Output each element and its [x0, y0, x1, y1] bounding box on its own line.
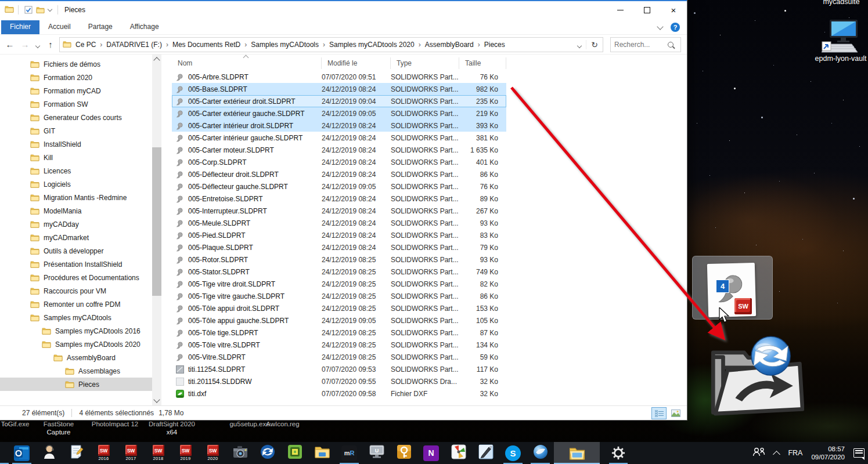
table-row[interactable]: 005-Entretoise.SLDPRT24/12/2019 08:24SOL… — [172, 193, 506, 205]
table-row[interactable]: 005-Pied.SLDPRT24/12/2019 08:24SOLIDWORK… — [172, 229, 506, 241]
recent-locations-icon[interactable] — [34, 39, 42, 49]
people-icon[interactable] — [752, 447, 765, 459]
taskbar-solidworks-2017[interactable]: SW2017 — [117, 442, 145, 464]
desktop-file-label[interactable]: ToGif.exe — [0, 420, 35, 428]
table-row[interactable]: 005-Vitre.SLDPRT24/12/2019 08:25SOLIDWOR… — [172, 351, 506, 363]
taskbar-settings[interactable] — [604, 442, 633, 464]
breadcrumb-item[interactable]: Samples myCADtools 2020 — [327, 41, 417, 49]
tab-partage[interactable]: Partage — [80, 20, 121, 34]
table-row[interactable]: 005-Tôle tige.SLDPRT24/12/2019 08:25SOLI… — [172, 327, 506, 339]
table-row[interactable]: 005-Carter moteur.SLDPRT24/12/2019 08:24… — [172, 144, 506, 156]
taskbar-vsphere[interactable] — [281, 442, 308, 464]
desktop-icon-epdm-lyon-vault[interactable]: epdm-lyon-vault — [820, 20, 861, 56]
sidebar-item-installshield[interactable]: InstallShield — [0, 137, 152, 151]
sidebar-item-proc-dures-et-documentations[interactable]: Procédures et Documentations — [0, 271, 152, 284]
taskbar-solidworks-2016[interactable]: SW2016 — [90, 442, 117, 464]
sidebar-item-formation-2020[interactable]: Formation 2020 — [0, 71, 152, 84]
table-row[interactable]: titi.11254.SLDPRT07/07/2020 09:53SOLIDWO… — [172, 363, 506, 375]
table-row[interactable]: 005-Tige vitre droit.SLDPRT24/12/2019 08… — [172, 278, 506, 290]
table-row[interactable]: 005-Carter extérieur gauche.SLDPRT24/12/… — [172, 107, 506, 119]
ribbon-expand-icon[interactable] — [657, 23, 663, 30]
breadcrumb-separator-icon[interactable]: › — [164, 41, 170, 49]
action-center-icon[interactable] — [853, 448, 865, 458]
table-row[interactable]: 005-Plaque.SLDPRT24/12/2019 08:24SOLIDWO… — [172, 241, 506, 253]
qat-customize-icon[interactable] — [46, 8, 53, 12]
scroll-down-icon[interactable] — [153, 396, 160, 403]
up-button[interactable]: ↑ — [44, 39, 57, 49]
desktop-file-label[interactable]: FastStone Capture — [38, 420, 80, 436]
table-row[interactable]: 005-Déflecteur droit.SLDPRT24/12/2019 08… — [172, 168, 506, 180]
taskbar-notepad[interactable] — [63, 442, 90, 464]
breadcrumb-item[interactable]: Pieces — [482, 41, 507, 49]
breadcrumb-item[interactable]: Mes Documents RetD — [170, 41, 243, 49]
breadcrumb-separator-icon[interactable]: › — [243, 41, 248, 49]
sidebar-item-remonter-un-coffre-pdm[interactable]: Remonter un coffre PDM — [0, 298, 152, 311]
qat-new-folder-button[interactable] — [34, 5, 46, 14]
scrollbar-thumb[interactable] — [152, 147, 161, 296]
tray-expand-icon[interactable] — [773, 451, 781, 458]
taskbar-onenote[interactable]: N — [417, 442, 445, 464]
desktop-icon-mycadsuite-label[interactable]: mycadsuite — [811, 0, 868, 6]
breadcrumb-item[interactable]: AssemblyBoard — [423, 41, 476, 49]
taskbar-keepass[interactable] — [390, 442, 417, 464]
sidebar-item-samples-mycadtools[interactable]: Samples myCADtools — [0, 311, 152, 324]
address-dropdown-icon[interactable] — [573, 39, 586, 50]
breadcrumb-item[interactable]: DATADRIVE1 (F:) — [104, 41, 164, 49]
taskbar-explorer-active[interactable] — [554, 442, 600, 464]
table-row[interactable]: 005-Carter extérieur droit.SLDPRT24/12/2… — [172, 95, 506, 107]
taskbar-support-person[interactable] — [35, 442, 63, 464]
sidebar-item-formation-mycad[interactable]: Formation myCAD — [0, 84, 152, 97]
taskbar-vnc-monitor[interactable]: U — [363, 442, 390, 464]
convertfiles-folder-sync-icon[interactable] — [704, 335, 804, 422]
taskbar-skype[interactable]: S — [499, 442, 527, 464]
sidebar-item-git[interactable]: GIT — [0, 124, 152, 137]
taskbar-mremoteng[interactable]: mR — [336, 442, 363, 464]
sidebar-item-formation-sw[interactable]: Formation SW — [0, 97, 152, 111]
taskbar-outlook[interactable] — [8, 442, 35, 464]
sidebar-item-samples-mycadtools-2016[interactable]: Samples myCADtools 2016 — [0, 324, 152, 338]
sidebar-item-migration-mantis-redmine[interactable]: Migration Mantis -Redmine — [0, 191, 152, 204]
sidebar-scrollbar[interactable] — [152, 55, 161, 405]
taskbar-solidworks-2019[interactable]: SW2019 — [172, 442, 199, 464]
taskbar-image-viewer[interactable] — [445, 442, 472, 464]
sidebar-item-fichiers-de-d-mos[interactable]: Fichiers de démos — [0, 57, 152, 71]
breadcrumb-item[interactable]: Ce PC — [73, 41, 98, 49]
tab-fichier[interactable]: Fichier — [1, 20, 39, 34]
taskbar-sphere-app[interactable] — [527, 442, 554, 464]
desktop-file-label[interactable]: DraftSight 2020 x64 — [143, 420, 201, 436]
breadcrumb-separator-icon[interactable]: › — [98, 41, 104, 49]
desktop-file-label[interactable]: PhotoImpact 12 — [83, 420, 147, 428]
table-row[interactable]: 005-Meule.SLDPRT24/12/2019 08:24SOLIDWOR… — [172, 217, 506, 229]
qat-properties-button[interactable] — [23, 5, 34, 15]
tab-accueil[interactable]: Accueil — [39, 20, 80, 34]
table-row[interactable]: 005-Déflecteur gauche.SLDPRT24/12/2019 0… — [172, 180, 506, 193]
table-row[interactable]: 005-Tige vitre gauche.SLDPRT24/12/2019 0… — [172, 290, 506, 302]
column-header-modifi-le[interactable]: Modifié le — [322, 57, 391, 69]
scroll-up-icon[interactable] — [153, 57, 160, 63]
table-row[interactable]: 005-Carter intérieur droit.SLDPRT24/12/2… — [172, 119, 506, 132]
sidebar-item-outils-d-velopper[interactable]: Outils à développer — [0, 244, 152, 258]
search-input[interactable] — [611, 40, 665, 49]
taskbar-solidworks-2020[interactable]: SW2020 — [199, 442, 226, 464]
table-row[interactable]: 005-Carter intérieur gauche.SLDPRT24/12/… — [172, 132, 506, 144]
sidebar-item-mycadday[interactable]: myCADday — [0, 217, 152, 231]
clock[interactable]: 08:57 09/07/2020 — [811, 445, 845, 461]
breadcrumb-separator-icon[interactable]: › — [321, 41, 327, 49]
table-row[interactable]: 005-Tôle appui gauche.SLDPRT24/12/2019 0… — [172, 314, 506, 327]
forward-button[interactable]: → — [19, 39, 31, 49]
breadcrumb-item[interactable]: Samples myCADtools — [248, 41, 321, 49]
maximize-button[interactable] — [633, 1, 660, 19]
table-row[interactable]: 005-Arbre.SLDPRT07/07/2020 09:51SOLIDWOR… — [172, 71, 506, 83]
sidebar-item-raccourcis-pour-vm[interactable]: Raccourcis pour VM — [0, 284, 152, 298]
table-row[interactable]: 005-Base.SLDPRT24/12/2019 08:24SOLIDWORK… — [172, 83, 506, 95]
breadcrumb-separator-icon[interactable]: › — [476, 41, 482, 49]
taskbar-pen-tool[interactable] — [472, 442, 499, 464]
sidebar-item-assemblyboard[interactable]: AssemblyBoard — [0, 351, 152, 364]
sidebar-item-pieces[interactable]: Pieces — [0, 378, 152, 391]
table-row[interactable]: 005-Stator.SLDPRT24/12/2019 08:25SOLIDWO… — [172, 266, 506, 278]
table-row[interactable]: 005-Tôle vitre.SLDPRT24/12/2019 08:25SOL… — [172, 339, 506, 351]
back-button[interactable]: ← — [3, 39, 16, 49]
sidebar-item-generateur-codes-courts[interactable]: Generateur Codes courts — [0, 111, 152, 124]
view-details-button[interactable] — [651, 407, 667, 419]
taskbar-camera[interactable] — [226, 442, 254, 464]
